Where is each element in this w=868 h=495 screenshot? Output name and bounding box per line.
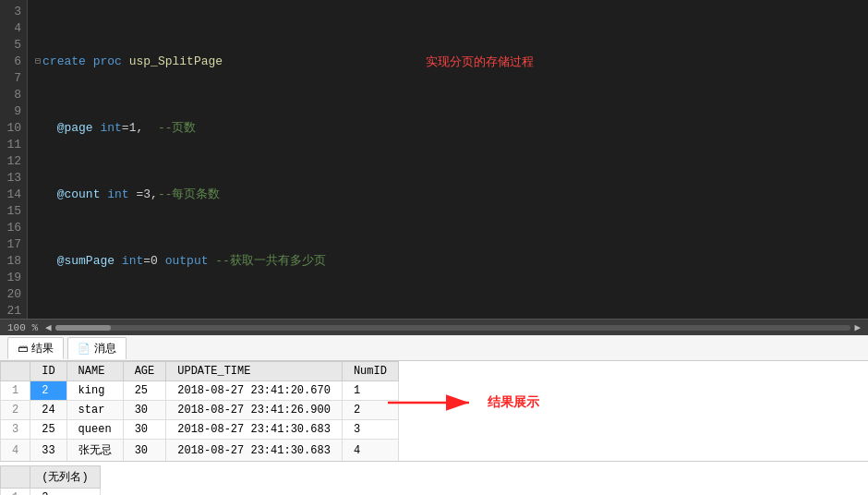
cell-age: 30 [123, 420, 166, 440]
table-row: 4 33 张无忌 30 2018-08-27 23:41:30.683 4 [1, 440, 399, 462]
row-num: 4 [1, 440, 30, 462]
editor-wrapper: 3 4 5 6 7 8 9 10 11 12 13 14 15 16 17 18… [0, 0, 868, 335]
col-header-name: NAME [66, 362, 123, 381]
secondary-table: (无列名) 1 2 [0, 465, 101, 495]
tab-results-label: 结果 [31, 341, 54, 356]
table-row: 1 2 king 25 2018-08-27 23:41:20.670 1 [1, 381, 399, 401]
cell-name: queen [66, 420, 123, 440]
line-numbers: 3 4 5 6 7 8 9 10 11 12 13 14 15 16 17 18… [0, 0, 28, 319]
zoom-bar: 100 % ◀ ▶ [0, 319, 868, 335]
bottom-section: 🗃 结果 📄 消息 ID NAME AGE UPDATE_TIME NumID [0, 335, 868, 495]
col-header-age: AGE [123, 362, 166, 381]
code-editor[interactable]: 3 4 5 6 7 8 9 10 11 12 13 14 15 16 17 18… [0, 0, 868, 319]
cell-name: king [66, 381, 123, 401]
code-content[interactable]: ⊟ create proc usp_SplitPage 实现分页的存储过程 @p… [28, 0, 868, 319]
table-row: 1 2 [1, 489, 101, 496]
result-label: 结果展示 [488, 394, 539, 411]
col-header-empty [1, 466, 30, 489]
code-line-4: @page int=1, --页数 [35, 120, 861, 137]
cell-update-time: 2018-08-27 23:41:30.683 [166, 440, 343, 462]
cell-id: 25 [30, 420, 66, 440]
tab-messages[interactable]: 📄 消息 [67, 337, 127, 359]
results-icon: 🗃 [18, 343, 28, 355]
results-table-section[interactable]: ID NAME AGE UPDATE_TIME NumID 1 2 king 2… [0, 361, 868, 461]
code-line-6: @sumPage int=0 output --获取一共有多少页 [35, 253, 861, 270]
col-header-update-time: UPDATE_TIME [166, 362, 343, 381]
cell-id: 2 [30, 381, 66, 401]
arrow-annotation: 结果展示 [388, 389, 539, 417]
row-num: 3 [1, 420, 30, 440]
cell-age: 30 [123, 401, 166, 420]
tab-results[interactable]: 🗃 结果 [7, 337, 64, 359]
cell-id: 33 [30, 440, 66, 462]
table-row: 2 24 star 30 2018-08-27 23:41:26.900 2 [1, 401, 399, 420]
cell-val: 2 [30, 489, 100, 496]
tab-messages-label: 消息 [94, 341, 116, 356]
cell-numid: 3 [342, 420, 398, 440]
row-num: 1 [1, 381, 30, 401]
row-num: 2 [1, 401, 30, 420]
cell-update-time: 2018-08-27 23:41:30.683 [166, 420, 343, 440]
results-table: ID NAME AGE UPDATE_TIME NumID 1 2 king 2… [0, 361, 399, 461]
col-header-numid: NumID [342, 362, 398, 381]
cell-numid: 4 [342, 440, 398, 462]
cell-age: 30 [123, 440, 166, 462]
cell-name: 张无忌 [66, 440, 123, 462]
zoom-level: 100 % [7, 322, 38, 333]
col-header-rownum [1, 362, 30, 381]
messages-icon: 📄 [78, 343, 90, 355]
table-row: 3 25 queen 30 2018-08-27 23:41:30.683 3 [1, 420, 399, 440]
tabs-bar: 🗃 结果 📄 消息 [0, 335, 868, 361]
bottom-table-section: (无列名) 1 2 https://blog.csdn.net/NC_star [0, 461, 868, 495]
cell-update-time: 2018-08-27 23:41:26.900 [166, 401, 343, 420]
cell-update-time: 2018-08-27 23:41:20.670 [166, 381, 343, 401]
col-header-id: ID [30, 362, 66, 381]
col-header-no-name: (无列名) [30, 466, 100, 489]
cell-age: 25 [123, 381, 166, 401]
cell-id: 24 [30, 401, 66, 420]
cell-name: star [66, 401, 123, 420]
code-line-5: @count int =3,--每页条数 [35, 187, 861, 203]
row-num: 1 [1, 489, 30, 496]
code-line-3: ⊟ create proc usp_SplitPage 实现分页的存储过程 [35, 54, 861, 70]
